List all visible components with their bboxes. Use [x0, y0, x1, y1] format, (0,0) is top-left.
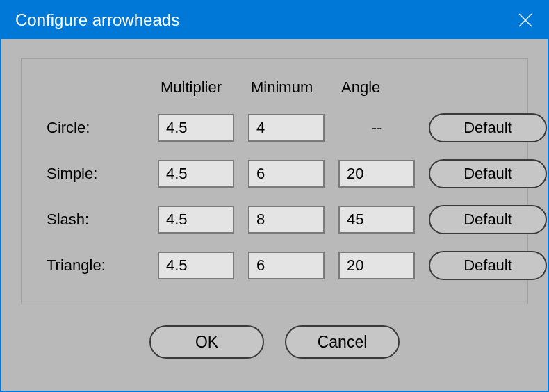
dialog-content: Multiplier Minimum Angle Circle: -- Defa… — [1, 39, 548, 391]
slash-default-button[interactable]: Default — [429, 205, 547, 234]
circle-minimum-input[interactable] — [248, 114, 325, 142]
cancel-button[interactable]: Cancel — [285, 325, 400, 359]
simple-multiplier-input[interactable] — [158, 160, 234, 188]
simple-minimum-input[interactable] — [248, 160, 325, 188]
slash-angle-input[interactable] — [338, 206, 415, 234]
triangle-multiplier-input[interactable] — [158, 252, 234, 279]
simple-default-button[interactable]: Default — [429, 159, 547, 188]
header-angle: Angle — [338, 79, 415, 97]
circle-multiplier-input[interactable] — [158, 114, 234, 142]
titlebar: Configure arrowheads — [1, 1, 548, 39]
label-slash: Slash: — [47, 211, 144, 229]
circle-angle-placeholder: -- — [338, 119, 415, 137]
dialog-button-row: OK Cancel — [21, 325, 528, 359]
settings-group: Multiplier Minimum Angle Circle: -- Defa… — [21, 58, 528, 304]
slash-minimum-input[interactable] — [248, 206, 325, 234]
header-multiplier: Multiplier — [158, 79, 234, 97]
label-triangle: Triangle: — [47, 256, 144, 275]
ok-button[interactable]: OK — [149, 325, 264, 359]
label-simple: Simple: — [47, 165, 144, 183]
dialog-window: Configure arrowheads Multiplier Minimum … — [0, 0, 549, 392]
slash-multiplier-input[interactable] — [158, 206, 234, 234]
circle-default-button[interactable]: Default — [429, 113, 547, 142]
triangle-angle-input[interactable] — [338, 252, 415, 279]
dialog-title: Configure arrowheads — [15, 10, 179, 30]
settings-grid: Multiplier Minimum Angle Circle: -- Defa… — [47, 79, 502, 280]
triangle-default-button[interactable]: Default — [429, 251, 547, 280]
triangle-minimum-input[interactable] — [248, 252, 325, 279]
header-minimum: Minimum — [248, 79, 325, 97]
label-circle: Circle: — [47, 119, 144, 137]
close-icon[interactable] — [517, 12, 534, 28]
simple-angle-input[interactable] — [338, 160, 415, 188]
